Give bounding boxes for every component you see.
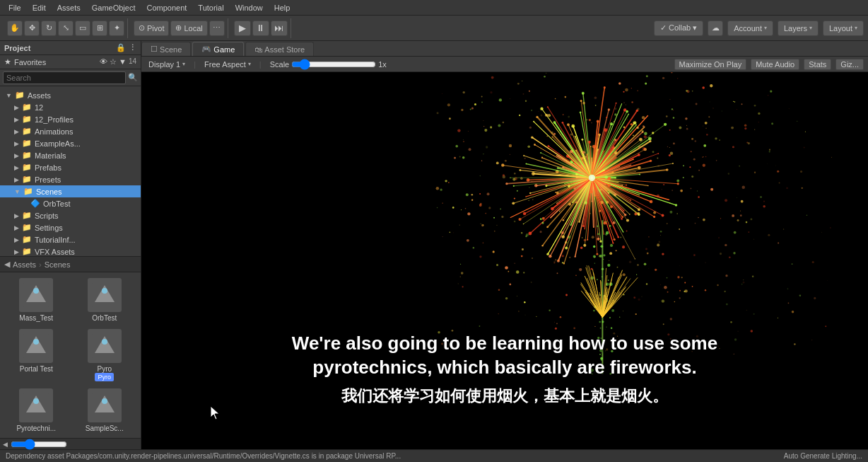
favorites-label: Favorites [14, 58, 46, 67]
star2-icon[interactable]: ☆ [110, 57, 117, 67]
scale-slider[interactable] [291, 61, 376, 68]
assets-nav-assets[interactable]: Assets [13, 260, 36, 269]
assets-nav-scenes[interactable]: Scenes [45, 260, 71, 269]
folder-icon-prefabs: 📁 [22, 163, 32, 172]
svg-point-8 [33, 339, 39, 345]
local-btn[interactable]: ⊕ Local [170, 21, 207, 36]
collab-btn[interactable]: ✓ Collab ▾ [654, 21, 703, 36]
tree-item-materials[interactable]: ▶ 📁 Materials [0, 149, 141, 161]
filter-icon[interactable]: ▼ [119, 57, 127, 67]
display-selector[interactable]: Display 1 ▾ [146, 60, 188, 69]
svg-marker-18 [211, 406, 219, 420]
zoom-slider[interactable] [11, 441, 67, 447]
scene-item-portaltest[interactable]: Portal Test [3, 326, 70, 384]
play-btn[interactable]: ▶ [234, 21, 251, 36]
step-btn[interactable]: ⏭ [271, 21, 288, 36]
tree-item-settings[interactable]: ▶ 📁 Settings [0, 221, 141, 233]
game-toolbar: Display 1 ▾ | Free Aspect ▾ | Scale 1x M… [141, 57, 868, 72]
stats-btn[interactable]: Stats [804, 59, 831, 70]
favorites-bar: ★ Favorites 👁 ☆ ▼ 14 [0, 55, 141, 69]
scene-item-samplesc[interactable]: SampleSc... [71, 386, 139, 435]
right-area: ☐ Scene 🎮 Game 🛍 Asset Store Display 1 ▾… [141, 41, 868, 449]
move-tool-btn[interactable]: ✥ [24, 21, 40, 36]
cloud-btn[interactable]: ☁ [708, 21, 723, 36]
gizmos-btn[interactable]: Giz... [835, 59, 864, 70]
pivot-btn[interactable]: ⊙ Pivot [134, 21, 169, 36]
tree-item-orbtest[interactable]: ▶ 🔷 OrbTest [0, 197, 141, 209]
lock-icon[interactable]: 🔒 [116, 43, 126, 52]
scene-item-orbtest2[interactable]: OrbTest [71, 275, 139, 325]
project-header-icons: 🔒 ⋮ [116, 43, 136, 52]
aspect-selector[interactable]: Free Aspect ▾ [201, 60, 254, 69]
tree-item-animations[interactable]: ▶ 📁 Animations [0, 125, 141, 137]
rotate-tool-btn[interactable]: ↻ [41, 21, 57, 36]
extra-btn[interactable]: ⋯ [209, 21, 225, 36]
layout-label: Layout [829, 24, 852, 33]
scale-tool-btn[interactable]: ⤡ [58, 21, 74, 36]
layers-btn[interactable]: Layers ▾ [778, 21, 819, 36]
menu-window[interactable]: Window [230, 0, 269, 15]
search-icon[interactable]: 🔍 [128, 73, 138, 82]
tree-arrow-assets: ▼ [6, 92, 12, 99]
more-icon[interactable]: ⋮ [129, 43, 136, 52]
custom-tool-btn[interactable]: ✦ [109, 21, 124, 36]
tree-item-scenes[interactable]: ▼ 📁 Scenes [0, 185, 141, 197]
tree-item-presets[interactable]: ▶ 📁 Presets [0, 173, 141, 185]
tree-arrow-animations: ▶ [14, 128, 19, 135]
display-arrow: ▾ [182, 61, 185, 67]
folder-icon-presets: 📁 [22, 175, 32, 184]
scene-item-masstest[interactable]: Mass_Test [3, 275, 70, 325]
tree-item-12[interactable]: ▶ 📁 12 [0, 101, 141, 113]
pyro-badge: Pyro [95, 373, 114, 381]
tree-item-scripts[interactable]: ▶ 📁 Scripts [0, 209, 141, 221]
pause-btn[interactable]: ⏸ [252, 21, 269, 36]
mute-audio-btn[interactable]: Mute Audio [751, 59, 799, 70]
asset-store-tab-icon: 🛍 [254, 45, 262, 54]
asset-store-tab-label: Asset Store [264, 45, 305, 54]
scene-label-samplesc: SampleSc... [86, 425, 124, 432]
scene-icon-samplesc [88, 388, 122, 422]
tab-scene[interactable]: ☐ Scene [141, 42, 191, 56]
left-panel: Project 🔒 ⋮ ★ Favorites 👁 ☆ ▼ 14 🔍 [0, 41, 141, 449]
pivot-icon: ⊙ [139, 23, 145, 33]
menu-help[interactable]: Help [269, 0, 296, 15]
search-bar: 🔍 [0, 69, 141, 86]
menu-assets[interactable]: Assets [52, 0, 86, 15]
file-tree: ▼ 📁 Assets ▶ 📁 12 ▶ 📁 12_Profiles ▶ 📁 An… [0, 86, 141, 256]
menu-gameobject[interactable]: GameObject [86, 0, 141, 15]
nav-separator: › [39, 260, 42, 269]
account-btn[interactable]: Account ▾ [727, 21, 773, 36]
sep2: | [259, 60, 262, 69]
tab-asset-store[interactable]: 🛍 Asset Store [245, 42, 314, 56]
tab-game[interactable]: 🎮 Game [192, 42, 244, 56]
layout-btn[interactable]: Layout ▾ [823, 21, 864, 36]
hand-tool-btn[interactable]: ✋ [7, 21, 23, 36]
tree-label-prefabs: Prefabs [35, 163, 61, 172]
tree-item-assets[interactable]: ▼ 📁 Assets [0, 89, 141, 101]
maximize-on-play-btn[interactable]: Maximize On Play [674, 59, 747, 70]
search-input[interactable] [3, 71, 126, 84]
cursor-indicator [211, 406, 222, 417]
scene-icon-pyrotechni [19, 388, 53, 422]
main-area: Project 🔒 ⋮ ★ Favorites 👁 ☆ ▼ 14 🔍 [0, 41, 868, 449]
scene-item-pyro[interactable]: Pyro Pyro [71, 326, 139, 384]
tree-item-tutorialinf[interactable]: ▶ 📁 TutorialInf... [0, 233, 141, 246]
tree-item-prefabs[interactable]: ▶ 📁 Prefabs [0, 161, 141, 173]
tree-item-vfx[interactable]: ▶ 📁 VFX Assets [0, 246, 141, 256]
menu-component[interactable]: Component [141, 0, 192, 15]
tree-arrow-presets: ▶ [14, 176, 19, 183]
tree-item-exampleas[interactable]: ▶ 📁 ExampleAs... [0, 137, 141, 149]
menu-tutorial[interactable]: Tutorial [192, 0, 229, 15]
tree-arrow-tutorialinf: ▶ [14, 236, 19, 243]
menu-edit[interactable]: Edit [27, 0, 52, 15]
menu-file[interactable]: File [3, 0, 27, 15]
tree-item-12profiles[interactable]: ▶ 📁 12_Profiles [0, 113, 141, 125]
rect-tool-btn[interactable]: ▭ [75, 21, 90, 36]
eye-icon[interactable]: 👁 [100, 57, 107, 67]
transform-tool-btn[interactable]: ⊞ [92, 21, 107, 36]
tree-arrow-12: ▶ [14, 104, 19, 111]
scene-label-orbtest2: OrbTest [92, 314, 117, 322]
tree-label-orbtest: OrbTest [43, 200, 71, 208]
nav-back-icon[interactable]: ◀ [4, 260, 10, 269]
scene-item-pyrotechni[interactable]: Pyrotechni... [3, 386, 70, 435]
